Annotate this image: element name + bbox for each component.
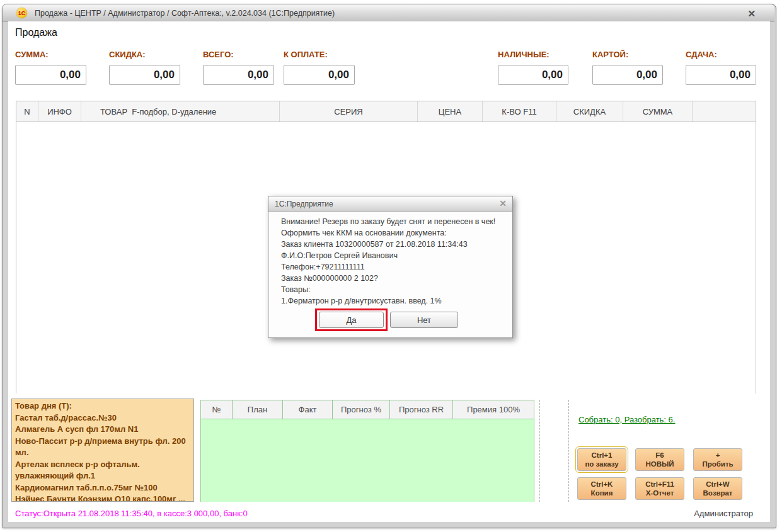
new-receipt-label: НОВЫЙ [645, 460, 674, 468]
change-label: СДАЧА: [686, 50, 717, 59]
dialog-line: Оформить чек ККМ на основании документа: [281, 227, 495, 239]
pod-line: Кардиомагнил таб.п.п.о.75мг №100 [15, 482, 190, 494]
sum-field[interactable]: 0,00 [15, 65, 86, 85]
dialog-message: Внимание! Резерв по заказу будет снят и … [281, 216, 495, 307]
1c-logo-icon: 1С [16, 8, 27, 18]
assemble-orders-link[interactable]: Собрать: 0, Разобрать: 6. [578, 415, 675, 424]
col-series: СЕРИЯ [280, 101, 418, 122]
return-button[interactable]: Ctrl+W Возврат [693, 477, 742, 500]
total-field[interactable]: 0,00 [203, 65, 274, 85]
cash-field[interactable]: 0,00 [498, 65, 568, 85]
dialog-line: Внимание! Резерв по заказу будет снят и … [281, 216, 495, 227]
copy-button[interactable]: Ctrl+K Копия [577, 477, 626, 500]
x-report-shortcut: Ctrl+F11 [645, 480, 674, 489]
plan-table-body[interactable] [201, 419, 534, 502]
dialog-line: Заказ №000000000 2 102? [281, 273, 495, 284]
dialog-line: Товары: [281, 284, 495, 295]
to-pay-label: К ОПЛАТЕ: [284, 50, 328, 59]
col-price: ЦЕНА [418, 101, 483, 122]
dialog-close-icon[interactable]: ✕ [499, 198, 507, 208]
pod-line: Алмагель А сусп фл 170мл N1 [15, 424, 190, 436]
by-order-label: по заказу [585, 460, 618, 468]
pod-line: Ново-Пассит р-р д/приема внутрь фл. 200 … [15, 436, 190, 459]
return-label: Возврат [703, 489, 732, 497]
window-title: Продажа - ЦЕНТР / Администратор / Софт-А… [35, 9, 335, 18]
punch-button[interactable]: + Пробить [693, 448, 742, 471]
dialog-line: Заказ клиента 10320000587 от 21.08.2018 … [281, 239, 495, 250]
new-receipt-button[interactable]: F6 НОВЫЙ [635, 448, 684, 471]
card-label: КАРТОЙ: [592, 50, 628, 59]
col-filler [693, 101, 756, 122]
pod-line: Гастал таб.д/рассас.№30 [15, 412, 190, 424]
col-product: ТОВАР F-подбор, D-удаление [81, 101, 280, 122]
no-button[interactable]: Нет [390, 312, 458, 328]
change-field[interactable]: 0,00 [686, 65, 756, 85]
new-receipt-shortcut: F6 [655, 451, 664, 460]
highlight-annotation [315, 308, 388, 331]
col-n: N [16, 101, 38, 122]
pod-line: Товар дня (Т): [15, 400, 190, 412]
window-close-icon[interactable]: ✕ [744, 7, 759, 21]
col-sum: СУММА [623, 101, 693, 122]
dialog-line: Телефон:+79211111111 [281, 261, 495, 273]
plan-col-num: № [201, 400, 233, 419]
page-title: Продажа [15, 27, 57, 38]
current-user: Администратор [694, 509, 753, 518]
pod-line: Артелак всплеск р-р офтальм. увлажняющий… [15, 459, 190, 482]
pane-splitter[interactable] [568, 400, 569, 502]
sum-label: СУММА: [15, 50, 49, 59]
dialog-title-bar: 1С:Предприятие ✕ [268, 196, 512, 212]
to-pay-field[interactable]: 0,00 [284, 65, 355, 85]
punch-label: Пробить [702, 460, 733, 468]
confirm-dialog: 1С:Предприятие ✕ Внимание! Резерв по зак… [268, 196, 513, 338]
pod-line: Нэйчес Баунти Коэнзим Q10 капс.100мг ... [15, 494, 190, 502]
by-order-shortcut: Ctrl+1 [592, 451, 613, 460]
copy-shortcut: Ctrl+K [591, 480, 613, 489]
plan-col-fact: Факт [283, 400, 333, 419]
dialog-title: 1С:Предприятие [275, 200, 333, 208]
col-qty: К-ВО F11 [483, 101, 556, 122]
x-report-button[interactable]: Ctrl+F11 X-Отчет [635, 477, 684, 500]
by-order-button[interactable]: Ctrl+1 по заказу [577, 448, 626, 471]
cash-label: НАЛИЧНЫЕ: [498, 50, 550, 59]
items-table-header: N ИНФО ТОВАР F-подбор, D-удаление СЕРИЯ … [16, 101, 756, 122]
x-report-label: X-Отчет [646, 489, 674, 497]
punch-shortcut: + [716, 451, 720, 460]
copy-label: Копия [591, 489, 613, 497]
total-label: ВСЕГО: [203, 50, 234, 59]
plan-col-premium: Премия 100% [453, 400, 534, 419]
title-bar: 1С Продажа - ЦЕНТР / Администратор / Соф… [3, 4, 774, 22]
dialog-line: 1.Ферматрон р-р д/внутрисуставн. введ. 1… [281, 295, 495, 307]
plan-table: № План Факт Прогноз % Прогноз RR Премия … [200, 400, 534, 502]
plan-col-forecast-rr: Прогноз RR [390, 400, 453, 419]
product-of-day-panel: Товар дня (Т): Гастал таб.д/рассас.№30 А… [11, 399, 194, 502]
dialog-line: Ф.И.О:Петров Сергей Иванович [281, 250, 495, 261]
plan-col-forecast: Прогноз % [333, 400, 390, 419]
col-discount: СКИДКА [556, 101, 623, 122]
discount-label: СКИДКА: [109, 50, 146, 59]
discount-field[interactable]: 0,00 [109, 65, 180, 85]
cash-register-status: Статус:Открыта 21.08.2018 11:35:40, в ка… [15, 509, 248, 518]
plan-table-header: № План Факт Прогноз % Прогноз RR Премия … [201, 400, 534, 419]
card-field[interactable]: 0,00 [592, 65, 663, 85]
pane-splitter[interactable] [539, 400, 540, 502]
col-info: ИНФО [38, 101, 81, 122]
plan-col-plan: План [233, 400, 283, 419]
return-shortcut: Ctrl+W [706, 480, 729, 489]
